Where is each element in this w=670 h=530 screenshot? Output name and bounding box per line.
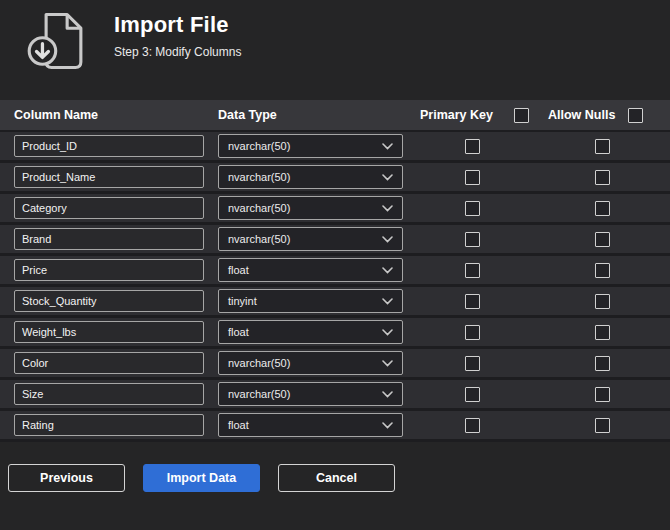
allow-nulls-checkbox[interactable] [595, 232, 610, 247]
data-type-value: nvarchar(50) [228, 202, 290, 214]
primary-key-cell [410, 201, 535, 216]
allow-nulls-checkbox[interactable] [595, 201, 610, 216]
column-name-input[interactable] [14, 414, 204, 436]
primary-key-header-label: Primary Key [420, 108, 493, 122]
chevron-down-icon [382, 422, 393, 429]
primary-key-checkbox[interactable] [465, 387, 480, 402]
previous-button[interactable]: Previous [8, 464, 125, 492]
allow-nulls-checkbox[interactable] [595, 294, 610, 309]
data-type-dropdown[interactable]: float [218, 320, 403, 344]
page-title: Import File [114, 12, 241, 38]
column-name-input[interactable] [14, 352, 204, 374]
allow-nulls-select-all-checkbox[interactable] [628, 108, 643, 123]
allow-nulls-checkbox[interactable] [595, 139, 610, 154]
primary-key-cell [410, 387, 535, 402]
allow-nulls-cell [535, 139, 670, 154]
allow-nulls-cell [535, 232, 670, 247]
allow-nulls-cell [535, 263, 670, 278]
allow-nulls-checkbox[interactable] [595, 356, 610, 371]
chevron-down-icon [382, 143, 393, 150]
primary-key-checkbox[interactable] [465, 139, 480, 154]
column-name-cell [0, 166, 210, 188]
cancel-button[interactable]: Cancel [278, 464, 395, 492]
allow-nulls-checkbox[interactable] [595, 387, 610, 402]
column-name-input[interactable] [14, 228, 204, 250]
primary-key-cell [410, 170, 535, 185]
column-name-input[interactable] [14, 321, 204, 343]
column-name-input[interactable] [14, 197, 204, 219]
data-type-value: nvarchar(50) [228, 388, 290, 400]
step-subtitle: Step 3: Modify Columns [114, 45, 241, 59]
data-type-cell: float [210, 413, 410, 437]
data-type-cell: tinyint [210, 289, 410, 313]
column-name-input[interactable] [14, 135, 204, 157]
data-type-cell: nvarchar(50) [210, 196, 410, 220]
data-type-value: nvarchar(50) [228, 171, 290, 183]
allow-nulls-checkbox[interactable] [595, 325, 610, 340]
allow-nulls-cell [535, 170, 670, 185]
primary-key-cell [410, 325, 535, 340]
table-row: float [0, 256, 670, 287]
allow-nulls-header-label: Allow Nulls [548, 108, 615, 122]
data-type-value: tinyint [228, 295, 257, 307]
dialog-header: Import File Step 3: Modify Columns [0, 0, 670, 100]
allow-nulls-checkbox[interactable] [595, 418, 610, 433]
table-row: nvarchar(50) [0, 349, 670, 380]
data-type-dropdown[interactable]: tinyint [218, 289, 403, 313]
chevron-down-icon [382, 391, 393, 398]
primary-key-checkbox[interactable] [465, 263, 480, 278]
allow-nulls-cell [535, 356, 670, 371]
data-type-cell: nvarchar(50) [210, 351, 410, 375]
allow-nulls-checkbox[interactable] [595, 170, 610, 185]
table-row: float [0, 318, 670, 349]
table-row: nvarchar(50) [0, 194, 670, 225]
column-name-input[interactable] [14, 290, 204, 312]
footer-button-bar: Previous Import Data Cancel [0, 464, 670, 492]
data-type-header: Data Type [210, 108, 410, 122]
chevron-down-icon [382, 298, 393, 305]
data-type-dropdown[interactable]: nvarchar(50) [218, 382, 403, 406]
data-type-dropdown[interactable]: nvarchar(50) [218, 134, 403, 158]
table-row: nvarchar(50) [0, 132, 670, 163]
primary-key-cell [410, 418, 535, 433]
column-name-cell [0, 290, 210, 312]
primary-key-cell [410, 356, 535, 371]
data-type-cell: nvarchar(50) [210, 165, 410, 189]
column-name-input[interactable] [14, 383, 204, 405]
primary-key-checkbox[interactable] [465, 325, 480, 340]
column-name-cell [0, 197, 210, 219]
allow-nulls-checkbox[interactable] [595, 263, 610, 278]
primary-key-checkbox[interactable] [465, 356, 480, 371]
data-type-cell: float [210, 258, 410, 282]
column-name-input[interactable] [14, 259, 204, 281]
import-data-button[interactable]: Import Data [143, 464, 260, 492]
data-type-value: float [228, 419, 249, 431]
column-name-cell [0, 135, 210, 157]
chevron-down-icon [382, 267, 393, 274]
table-row: nvarchar(50) [0, 380, 670, 411]
primary-key-select-all-checkbox[interactable] [514, 108, 529, 123]
column-name-cell [0, 228, 210, 250]
primary-key-cell [410, 232, 535, 247]
allow-nulls-cell [535, 325, 670, 340]
data-type-value: nvarchar(50) [228, 233, 290, 245]
chevron-down-icon [382, 329, 393, 336]
primary-key-cell [410, 263, 535, 278]
data-type-dropdown[interactable]: float [218, 413, 403, 437]
primary-key-checkbox[interactable] [465, 201, 480, 216]
primary-key-checkbox[interactable] [465, 418, 480, 433]
column-name-header: Column Name [0, 108, 210, 122]
primary-key-checkbox[interactable] [465, 170, 480, 185]
data-type-dropdown[interactable]: float [218, 258, 403, 282]
primary-key-checkbox[interactable] [465, 294, 480, 309]
data-type-dropdown[interactable]: nvarchar(50) [218, 351, 403, 375]
allow-nulls-header: Allow Nulls [535, 108, 670, 123]
chevron-down-icon [382, 205, 393, 212]
allow-nulls-cell [535, 294, 670, 309]
data-type-dropdown[interactable]: nvarchar(50) [218, 227, 403, 251]
primary-key-checkbox[interactable] [465, 232, 480, 247]
column-name-input[interactable] [14, 166, 204, 188]
data-type-dropdown[interactable]: nvarchar(50) [218, 165, 403, 189]
data-type-dropdown[interactable]: nvarchar(50) [218, 196, 403, 220]
table-header-row: Column Name Data Type Primary Key Allow … [0, 100, 670, 132]
